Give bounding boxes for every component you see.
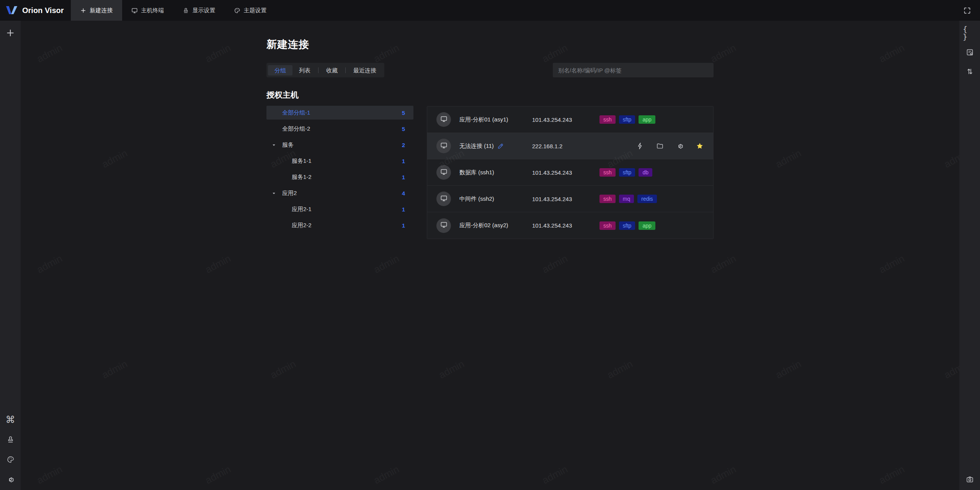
host-name: 应用-分析02 (asy2): [459, 222, 532, 229]
plus-icon[interactable]: [3, 26, 17, 40]
logo: Orion Visor: [0, 5, 71, 16]
host-tag: ssh: [599, 168, 616, 177]
watermark-text: admin: [35, 42, 64, 65]
tree-item[interactable]: 服务2: [266, 138, 413, 152]
lightning-icon[interactable]: [636, 142, 644, 150]
host-tag: mq: [619, 195, 634, 203]
watermark-text: admin: [268, 358, 298, 381]
folder-icon[interactable]: [656, 142, 664, 150]
top-tab-theme-settings[interactable]: 主题设置: [225, 0, 276, 21]
camera-icon[interactable]: [963, 472, 977, 486]
monitor-icon: [440, 195, 448, 203]
sort-icon[interactable]: [963, 64, 977, 78]
tree-item[interactable]: 全部分组-15: [266, 106, 413, 120]
host-tags: sshsftpapp: [599, 115, 655, 124]
caret-down-icon[interactable]: [271, 191, 276, 196]
edit-icon[interactable]: [497, 143, 504, 149]
logo-icon: [5, 5, 18, 16]
braces-icon[interactable]: { }: [963, 26, 977, 40]
watermark-text: admin: [100, 358, 129, 381]
view-tabs: 分组列表收藏最近连接: [266, 63, 384, 77]
caret-down-icon[interactable]: [271, 143, 276, 147]
tree-item[interactable]: 应用2-21: [266, 218, 413, 232]
host-ip: 101.43.254.243: [532, 196, 599, 202]
search-input[interactable]: [553, 63, 714, 77]
host-name: 应用-分析01 (asy1): [459, 116, 532, 123]
host-row[interactable]: 应用-分析02 (asy2)101.43.254.243sshsftpapp: [427, 212, 713, 239]
top-tab-new-connection[interactable]: 新建连接: [71, 0, 122, 21]
watermark-text: admin: [540, 463, 570, 487]
left-sidebar: ⌘: [0, 21, 21, 490]
watermark-text: admin: [709, 252, 738, 276]
watermark-text: admin: [203, 463, 233, 487]
watermark-text: admin: [203, 42, 233, 65]
host-avatar: [436, 165, 451, 180]
tree-item[interactable]: 服务1-21: [266, 170, 413, 184]
stamp-icon[interactable]: [3, 433, 17, 446]
fullscreen-icon[interactable]: [960, 3, 974, 17]
monitor-icon: [440, 168, 448, 177]
watermark-text: admin: [35, 463, 64, 487]
watermark-text: admin: [942, 147, 959, 170]
top-tab-display-settings[interactable]: 显示设置: [173, 0, 225, 21]
view-tab-list[interactable]: 列表: [292, 65, 317, 75]
host-row[interactable]: 中间件 (ssh2)101.43.254.243sshmqredis: [427, 186, 713, 212]
host-tag: redis: [637, 195, 657, 203]
host-name: 中间件 (ssh2): [459, 195, 532, 203]
host-avatar: [436, 139, 451, 153]
view-tab-recent[interactable]: 最近连接: [347, 65, 383, 75]
host-row[interactable]: 无法连接 (11)222.168.1.2: [427, 133, 713, 159]
host-actions: [636, 142, 704, 150]
palette-icon[interactable]: [3, 452, 17, 466]
tree-item-count: 2: [402, 142, 405, 148]
tree-item[interactable]: 应用24: [266, 186, 413, 200]
host-ip: 101.43.254.243: [532, 169, 599, 176]
right-sidebar: { }: [959, 21, 980, 490]
tree-item-label: 全部分组-1: [282, 109, 310, 116]
tree-item-count: 1: [402, 222, 405, 229]
stamp-icon: [183, 7, 189, 14]
plus-icon: [80, 7, 87, 14]
host-row[interactable]: 应用-分析01 (asy1)101.43.254.243sshsftpapp: [427, 107, 713, 133]
top-tabs: 新建连接主机终端显示设置主题设置: [71, 0, 276, 21]
watermark-text: admin: [709, 463, 738, 487]
watermark-text: admin: [774, 358, 803, 381]
host-tags: sshsftpapp: [599, 221, 655, 230]
tree-item-count: 1: [402, 174, 405, 180]
tree-item-label: 服务1-2: [292, 174, 312, 181]
tree-item-count: 1: [402, 206, 405, 213]
tree-item[interactable]: 应用2-11: [266, 202, 413, 216]
host-tag: ssh: [599, 221, 616, 230]
group-tree-panel: 授权主机 全部分组-15全部分组-25服务2服务1-11服务1-21应用24应用…: [266, 90, 413, 234]
watermark-text: admin: [437, 358, 466, 381]
tree-item-count: 5: [402, 110, 405, 116]
page-title: 新建连接: [266, 38, 714, 51]
tree-item-count: 5: [402, 126, 405, 132]
star-icon[interactable]: [696, 142, 704, 150]
tree-item[interactable]: 全部分组-25: [266, 122, 413, 136]
host-ip: 101.43.254.243: [532, 116, 599, 123]
top-tab-label: 主题设置: [244, 7, 267, 14]
host-tag: ssh: [599, 195, 616, 203]
doc-bookmark-icon[interactable]: [963, 45, 977, 59]
gear-icon[interactable]: [3, 472, 17, 486]
host-row[interactable]: 数据库 (ssh1)101.43.254.243sshsftpdb: [427, 159, 713, 186]
view-tab-group[interactable]: 分组: [268, 65, 292, 75]
command-icon[interactable]: ⌘: [3, 413, 17, 426]
top-tab-host-terminal[interactable]: 主机终端: [122, 0, 173, 21]
tree-item[interactable]: 服务1-11: [266, 154, 413, 168]
tree-item-label: 服务1-1: [292, 157, 312, 165]
host-tag: ssh: [599, 115, 616, 124]
view-tab-favorite[interactable]: 收藏: [320, 65, 344, 75]
watermark-text: admin: [372, 252, 401, 276]
host-tags: sshsftpdb: [599, 168, 652, 177]
gear-icon[interactable]: [676, 142, 684, 150]
palette-icon: [234, 7, 240, 14]
watermark-text: admin: [100, 147, 129, 170]
monitor-icon: [131, 7, 138, 14]
host-ip: 101.43.254.243: [532, 222, 599, 229]
host-list: 应用-分析01 (asy1)101.43.254.243sshsftpapp无法…: [427, 106, 714, 239]
monitor-icon: [440, 142, 448, 151]
host-avatar: [436, 112, 451, 127]
host-avatar: [436, 218, 451, 233]
